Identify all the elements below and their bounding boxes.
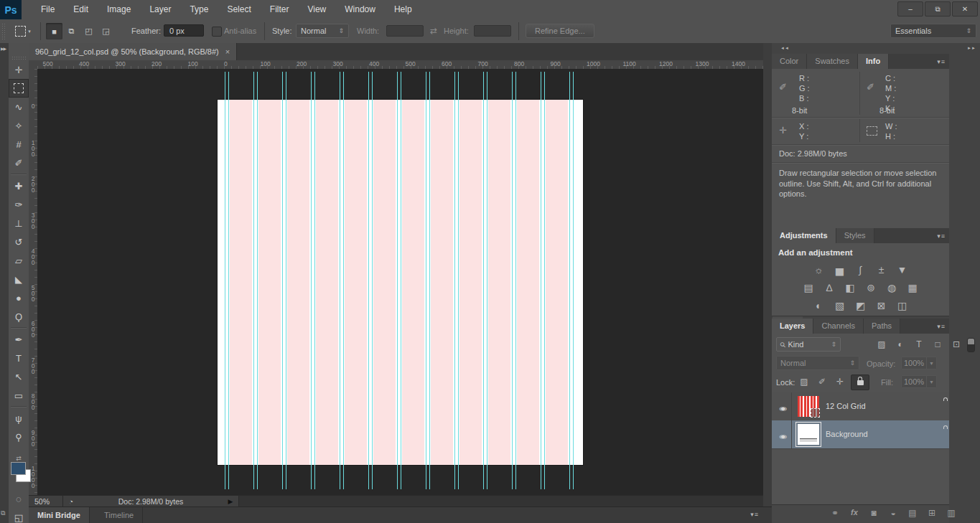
zoom-tool[interactable]: ⚲ (9, 428, 29, 446)
exposure-icon[interactable]: ± (874, 263, 889, 275)
guide-line[interactable] (541, 72, 541, 489)
style-dropdown[interactable]: Normal⇕ (296, 24, 349, 38)
height-input[interactable] (474, 25, 511, 37)
zoom-level-field[interactable]: 50% (29, 496, 63, 507)
blur-tool[interactable]: ● (9, 288, 29, 307)
opacity-arrow-icon[interactable]: ▼ (927, 357, 937, 369)
guide-line[interactable] (573, 72, 574, 489)
guide-line[interactable] (429, 72, 430, 489)
guide-line[interactable] (311, 72, 312, 489)
quick-mask-button[interactable]: ◌ (9, 489, 29, 508)
hue-saturation-icon[interactable]: ▤ (801, 281, 816, 293)
swap-width-height-icon[interactable]: ⇄ (430, 26, 437, 36)
close-tab-icon[interactable]: × (225, 47, 230, 56)
dock-divider[interactable] (763, 43, 772, 506)
eraser-tool[interactable]: ▱ (9, 251, 29, 270)
gradient-tool[interactable]: ◣ (9, 270, 29, 288)
tab-styles[interactable]: Styles (836, 228, 874, 243)
layer-row[interactable]: ◉12 Col Grid (772, 392, 949, 421)
curves-icon[interactable]: ∫ (854, 263, 868, 275)
rectangle-tool[interactable]: ▭ (9, 386, 29, 405)
panels-toggle-icon[interactable]: ⧉ (1, 509, 5, 517)
clone-stamp-tool[interactable]: ⊥ (9, 214, 29, 232)
threshold-icon[interactable]: ◩ (854, 299, 868, 311)
minimize-button[interactable]: – (897, 1, 923, 17)
pen-tool[interactable]: ✒ (9, 330, 29, 349)
guide-line[interactable] (544, 72, 545, 489)
filter-smart-objects-icon[interactable]: ⊡ (948, 337, 964, 352)
link-layers-icon[interactable]: ⚭ (828, 508, 842, 518)
layer-effects-icon[interactable]: fx (847, 508, 862, 517)
anti-alias-checkbox[interactable] (212, 27, 222, 37)
guide-line[interactable] (458, 72, 459, 489)
vibrance-icon[interactable]: ▼ (895, 263, 910, 275)
guide-line[interactable] (401, 72, 401, 489)
close-button[interactable]: ✕ (952, 1, 978, 17)
guide-line[interactable] (515, 72, 516, 489)
expand-panels-icon[interactable]: ▶▶ (1, 46, 6, 51)
tab-mini-bridge[interactable]: Mini Bridge (29, 507, 90, 523)
tab-timeline[interactable]: Timeline (95, 507, 143, 523)
status-clock-icon[interactable]: ◔ (63, 496, 80, 507)
new-adjustment-layer-icon[interactable]: ◒ (886, 508, 900, 518)
filter-shape-layers-icon[interactable]: □ (930, 337, 946, 352)
guide-line[interactable] (454, 72, 455, 489)
panel-menu-icon[interactable]: ▾≡ (937, 232, 946, 240)
restore-button[interactable]: ⧉ (925, 1, 951, 17)
move-tool[interactable]: ✛ (9, 60, 29, 79)
guide-line[interactable] (228, 72, 229, 489)
tool-preset-picker[interactable]: ▾ (10, 22, 36, 40)
cmyk-eyedropper-icon[interactable]: ✐ (867, 82, 874, 93)
eyedropper-tool[interactable]: ✐ (9, 154, 29, 172)
black-white-icon[interactable]: ◧ (843, 281, 857, 293)
tab-swatches[interactable]: Swatches (807, 54, 858, 69)
color-balance-icon[interactable]: ∆ (822, 281, 836, 293)
status-flyout-button[interactable]: ▶ (223, 496, 239, 507)
rgb-eyedropper-icon[interactable]: ✐ (779, 82, 787, 93)
brush-tool[interactable]: ✑ (9, 195, 29, 214)
layer-row[interactable]: ◉Background (772, 420, 949, 449)
feather-input[interactable]: 0 px (164, 24, 204, 37)
menu-help[interactable]: Help (385, 0, 421, 19)
crop-tool[interactable]: # (9, 135, 29, 154)
photo-filter-icon[interactable]: ⊚ (864, 281, 878, 293)
options-grip[interactable] (1, 23, 6, 39)
foreground-color-swatch[interactable] (11, 462, 26, 475)
gradient-map-icon[interactable]: ⊠ (874, 299, 889, 311)
fill-arrow-icon[interactable]: ▼ (927, 375, 937, 388)
layer-filter-kind-dropdown[interactable]: ⚲ Kind⇕ (776, 337, 841, 352)
workspace-dropdown[interactable]: Essentials⇕ (890, 24, 976, 38)
layer-filter-toggle[interactable] (967, 338, 975, 352)
new-group-icon[interactable]: ▤ (905, 508, 920, 518)
guide-line[interactable] (372, 72, 373, 489)
menu-type[interactable]: Type (180, 0, 218, 19)
guide-line[interactable] (286, 72, 286, 489)
tab-info[interactable]: Info (858, 54, 889, 69)
guide-line[interactable] (282, 72, 283, 489)
spot-healing-brush-tool[interactable]: ✚ (9, 176, 29, 195)
rectangular-marquee-tool[interactable] (9, 79, 29, 98)
add-layer-mask-icon[interactable]: ◙ (867, 508, 881, 518)
guide-line[interactable] (569, 72, 570, 489)
new-layer-icon[interactable]: ⊞ (925, 508, 939, 518)
lock-transparency-icon[interactable]: ▨ (796, 374, 812, 389)
subtract-from-selection-button[interactable]: ◰ (80, 23, 97, 39)
opacity-value[interactable]: 100% (901, 357, 927, 369)
lock-pixels-icon[interactable]: ✐ (814, 374, 830, 389)
filter-pixel-layers-icon[interactable]: ▨ (874, 337, 890, 352)
guide-line[interactable] (368, 72, 369, 489)
layer-thumbnail[interactable] (798, 424, 819, 445)
path-selection-tool[interactable]: ↖ (9, 367, 29, 386)
dodge-tool[interactable]: Ϙ (9, 307, 29, 326)
tab-color[interactable]: Color (772, 54, 807, 69)
posterize-icon[interactable]: ▧ (833, 299, 847, 311)
panel-menu-icon[interactable]: ▾≡ (937, 323, 946, 330)
tab-layers[interactable]: Layers (772, 319, 813, 334)
horizontal-type-tool[interactable]: T (9, 349, 29, 367)
fill-value[interactable]: 100% (901, 375, 927, 388)
document-size-status[interactable]: Doc: 2.98M/0 bytes (79, 496, 223, 507)
levels-icon[interactable]: ▅ (833, 263, 847, 275)
color-lookup-icon[interactable]: ▦ (905, 281, 920, 293)
menu-select[interactable]: Select (218, 0, 260, 19)
panel-menu-icon[interactable]: ▾≡ (750, 511, 759, 518)
